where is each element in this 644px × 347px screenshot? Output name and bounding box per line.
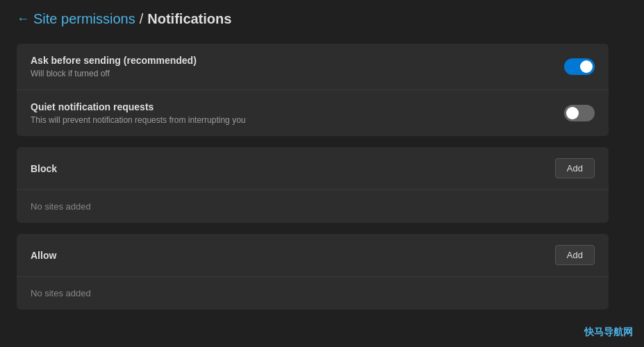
back-button[interactable]: ← — [17, 12, 29, 26]
settings-card: Ask before sending (recommended) Will bl… — [17, 44, 609, 136]
allow-empty-message: No sites added — [17, 277, 609, 310]
allow-title: Allow — [31, 250, 56, 261]
breadcrumb-current: Notifications — [147, 11, 231, 27]
quiet-notifications-toggle[interactable] — [564, 105, 595, 121]
quiet-notifications-title: Quiet notification requests — [31, 101, 245, 112]
block-section: Block Add No sites added — [17, 147, 609, 223]
breadcrumb-separator: / — [140, 11, 144, 27]
allow-header: Allow Add — [17, 234, 609, 277]
quiet-notifications-text: Quiet notification requests This will pr… — [31, 101, 245, 125]
quiet-notifications-row: Quiet notification requests This will pr… — [17, 90, 609, 136]
breadcrumb: ← Site permissions / Notifications — [17, 11, 609, 27]
allow-section: Allow Add No sites added — [17, 234, 609, 310]
ask-before-sending-toggle[interactable] — [564, 58, 595, 75]
page-container: ← Site permissions / Notifications Ask b… — [0, 0, 625, 332]
quiet-notifications-desc: This will prevent notification requests … — [31, 115, 245, 125]
ask-before-sending-desc: Will block if turned off — [31, 69, 197, 78]
block-empty-message: No sites added — [17, 190, 609, 223]
ask-before-sending-row: Ask before sending (recommended) Will bl… — [17, 44, 609, 90]
block-title: Block — [31, 163, 57, 174]
block-header: Block Add — [17, 147, 609, 190]
breadcrumb-link[interactable]: Site permissions — [33, 11, 135, 27]
ask-before-sending-text: Ask before sending (recommended) Will bl… — [31, 55, 197, 78]
block-add-button[interactable]: Add — [555, 158, 595, 178]
allow-add-button[interactable]: Add — [555, 245, 595, 265]
ask-before-sending-title: Ask before sending (recommended) — [31, 55, 197, 66]
